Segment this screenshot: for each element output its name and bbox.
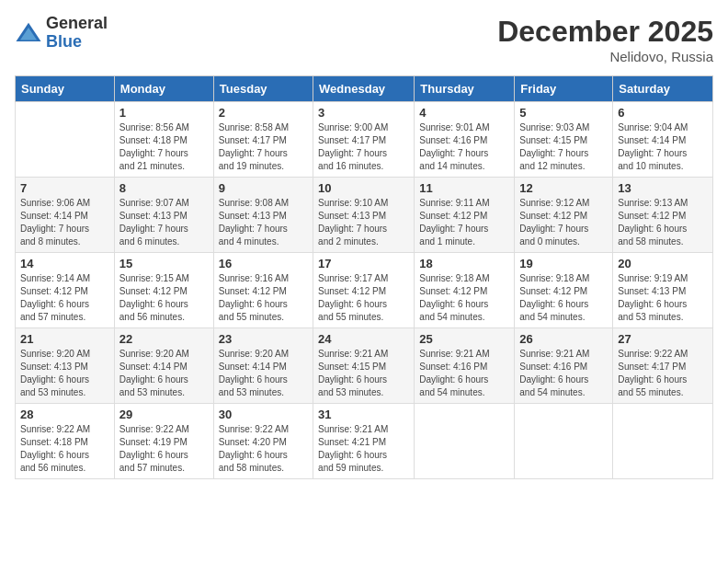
calendar-cell: 6Sunrise: 9:04 AM Sunset: 4:14 PM Daylig… [613, 102, 713, 178]
calendar-cell: 26Sunrise: 9:21 AM Sunset: 4:16 PM Dayli… [515, 328, 613, 404]
day-info: Sunrise: 9:22 AM Sunset: 4:20 PM Dayligh… [219, 423, 308, 475]
title-block: December 2025 Nelidovo, Russia [497, 15, 713, 64]
calendar-cell: 5Sunrise: 9:03 AM Sunset: 4:15 PM Daylig… [515, 102, 613, 178]
day-info: Sunrise: 9:20 AM Sunset: 4:14 PM Dayligh… [219, 348, 308, 399]
day-number: 18 [419, 257, 509, 270]
day-info: Sunrise: 9:06 AM Sunset: 4:14 PM Dayligh… [20, 197, 109, 248]
calendar-cell: 7Sunrise: 9:06 AM Sunset: 4:14 PM Daylig… [16, 178, 115, 253]
logo-general: General [46, 15, 108, 33]
day-info: Sunrise: 9:15 AM Sunset: 4:12 PM Dayligh… [119, 272, 209, 324]
calendar-cell [613, 404, 713, 479]
day-number: 6 [618, 106, 708, 120]
week-row-2: 7Sunrise: 9:06 AM Sunset: 4:14 PM Daylig… [16, 178, 713, 253]
day-info: Sunrise: 9:00 AM Sunset: 4:17 PM Dayligh… [318, 121, 409, 173]
day-info: Sunrise: 9:04 AM Sunset: 4:14 PM Dayligh… [618, 121, 708, 173]
calendar-cell: 28Sunrise: 9:22 AM Sunset: 4:18 PM Dayli… [16, 404, 115, 479]
day-info: Sunrise: 9:22 AM Sunset: 4:18 PM Dayligh… [20, 423, 109, 475]
day-info: Sunrise: 9:13 AM Sunset: 4:12 PM Dayligh… [618, 197, 708, 248]
day-number: 8 [119, 181, 209, 195]
day-number: 13 [618, 181, 708, 195]
day-number: 20 [618, 257, 708, 270]
day-number: 2 [219, 106, 308, 120]
day-number: 21 [20, 332, 109, 346]
col-header-saturday: Saturday [613, 76, 713, 102]
day-number: 12 [519, 181, 608, 195]
day-number: 3 [318, 106, 409, 120]
calendar-cell: 8Sunrise: 9:07 AM Sunset: 4:13 PM Daylig… [114, 178, 213, 253]
calendar-cell: 22Sunrise: 9:20 AM Sunset: 4:14 PM Dayli… [114, 328, 213, 404]
day-number: 10 [318, 181, 409, 195]
calendar-cell: 21Sunrise: 9:20 AM Sunset: 4:13 PM Dayli… [16, 328, 115, 404]
day-info: Sunrise: 9:14 AM Sunset: 4:12 PM Dayligh… [20, 272, 109, 324]
calendar-cell [16, 102, 115, 178]
day-number: 25 [419, 332, 509, 346]
day-info: Sunrise: 9:19 AM Sunset: 4:13 PM Dayligh… [618, 272, 708, 324]
week-row-4: 21Sunrise: 9:20 AM Sunset: 4:13 PM Dayli… [16, 328, 713, 404]
calendar-cell: 30Sunrise: 9:22 AM Sunset: 4:20 PM Dayli… [213, 404, 313, 479]
day-number: 26 [519, 332, 608, 346]
day-number: 15 [119, 257, 209, 270]
day-number: 28 [20, 408, 109, 421]
day-number: 27 [618, 332, 708, 346]
day-number: 11 [419, 181, 509, 195]
day-number: 16 [219, 257, 308, 270]
day-info: Sunrise: 9:22 AM Sunset: 4:17 PM Dayligh… [618, 348, 708, 399]
day-info: Sunrise: 9:12 AM Sunset: 4:12 PM Dayligh… [519, 197, 608, 248]
day-info: Sunrise: 9:01 AM Sunset: 4:16 PM Dayligh… [419, 121, 509, 173]
calendar-cell: 17Sunrise: 9:17 AM Sunset: 4:12 PM Dayli… [313, 253, 415, 328]
day-number: 4 [419, 106, 509, 120]
calendar-cell [515, 404, 613, 479]
day-info: Sunrise: 9:16 AM Sunset: 4:12 PM Dayligh… [219, 272, 308, 324]
col-header-monday: Monday [114, 76, 213, 102]
calendar-cell: 12Sunrise: 9:12 AM Sunset: 4:12 PM Dayli… [515, 178, 613, 253]
calendar-cell: 10Sunrise: 9:10 AM Sunset: 4:13 PM Dayli… [313, 178, 415, 253]
calendar-cell: 11Sunrise: 9:11 AM Sunset: 4:12 PM Dayli… [415, 178, 515, 253]
day-number: 23 [219, 332, 308, 346]
col-header-wednesday: Wednesday [313, 76, 415, 102]
logo-text: General Blue [46, 15, 108, 52]
calendar-header-row: SundayMondayTuesdayWednesdayThursdayFrid… [16, 76, 713, 102]
day-number: 14 [20, 257, 109, 270]
calendar-cell: 15Sunrise: 9:15 AM Sunset: 4:12 PM Dayli… [114, 253, 213, 328]
day-number: 1 [119, 106, 209, 120]
page-header: General Blue December 2025 Nelidovo, Rus… [15, 15, 713, 64]
calendar-cell: 2Sunrise: 8:58 AM Sunset: 4:17 PM Daylig… [213, 102, 313, 178]
day-info: Sunrise: 9:17 AM Sunset: 4:12 PM Dayligh… [318, 272, 409, 324]
day-info: Sunrise: 9:20 AM Sunset: 4:13 PM Dayligh… [20, 348, 109, 399]
day-number: 19 [519, 257, 608, 270]
month-title: December 2025 [497, 15, 713, 49]
calendar-cell: 1Sunrise: 8:56 AM Sunset: 4:18 PM Daylig… [114, 102, 213, 178]
day-number: 5 [519, 106, 608, 120]
day-number: 29 [119, 408, 209, 421]
week-row-1: 1Sunrise: 8:56 AM Sunset: 4:18 PM Daylig… [16, 102, 713, 178]
day-number: 9 [219, 181, 308, 195]
calendar-cell: 4Sunrise: 9:01 AM Sunset: 4:16 PM Daylig… [415, 102, 515, 178]
logo-blue: Blue [46, 33, 108, 52]
day-info: Sunrise: 9:21 AM Sunset: 4:21 PM Dayligh… [318, 423, 409, 475]
calendar-cell: 18Sunrise: 9:18 AM Sunset: 4:12 PM Dayli… [415, 253, 515, 328]
day-info: Sunrise: 8:58 AM Sunset: 4:17 PM Dayligh… [219, 121, 308, 173]
calendar-cell: 20Sunrise: 9:19 AM Sunset: 4:13 PM Dayli… [613, 253, 713, 328]
day-number: 17 [318, 257, 409, 270]
calendar-cell: 13Sunrise: 9:13 AM Sunset: 4:12 PM Dayli… [613, 178, 713, 253]
col-header-sunday: Sunday [16, 76, 115, 102]
week-row-3: 14Sunrise: 9:14 AM Sunset: 4:12 PM Dayli… [16, 253, 713, 328]
day-info: Sunrise: 9:10 AM Sunset: 4:13 PM Dayligh… [318, 197, 409, 248]
day-number: 31 [318, 408, 409, 421]
logo-icon [15, 19, 42, 47]
day-info: Sunrise: 9:18 AM Sunset: 4:12 PM Dayligh… [519, 272, 608, 324]
calendar-cell: 24Sunrise: 9:21 AM Sunset: 4:15 PM Dayli… [313, 328, 415, 404]
calendar-table: SundayMondayTuesdayWednesdayThursdayFrid… [15, 75, 713, 479]
day-number: 30 [219, 408, 308, 421]
day-info: Sunrise: 8:56 AM Sunset: 4:18 PM Dayligh… [119, 121, 209, 173]
col-header-tuesday: Tuesday [213, 76, 313, 102]
location: Nelidovo, Russia [497, 49, 713, 64]
day-info: Sunrise: 9:18 AM Sunset: 4:12 PM Dayligh… [419, 272, 509, 324]
logo: General Blue [15, 15, 108, 52]
day-info: Sunrise: 9:11 AM Sunset: 4:12 PM Dayligh… [419, 197, 509, 248]
calendar-cell: 16Sunrise: 9:16 AM Sunset: 4:12 PM Dayli… [213, 253, 313, 328]
calendar-cell: 25Sunrise: 9:21 AM Sunset: 4:16 PM Dayli… [415, 328, 515, 404]
calendar-cell: 29Sunrise: 9:22 AM Sunset: 4:19 PM Dayli… [114, 404, 213, 479]
day-info: Sunrise: 9:03 AM Sunset: 4:15 PM Dayligh… [519, 121, 608, 173]
day-info: Sunrise: 9:22 AM Sunset: 4:19 PM Dayligh… [119, 423, 209, 475]
